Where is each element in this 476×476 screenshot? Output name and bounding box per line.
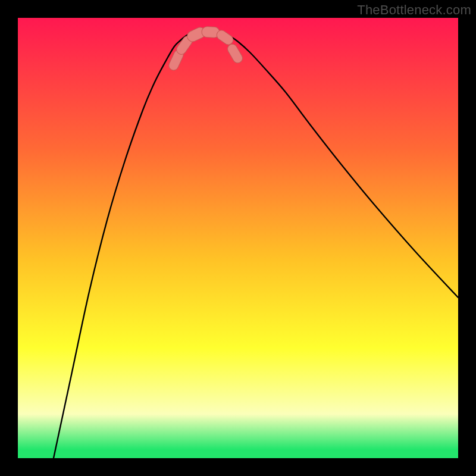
plot-area (18, 18, 458, 458)
outer-frame: TheBottleneck.com (0, 0, 476, 476)
chart-svg (18, 18, 458, 458)
gradient-background (18, 18, 458, 458)
watermark-text: TheBottleneck.com (357, 2, 471, 18)
